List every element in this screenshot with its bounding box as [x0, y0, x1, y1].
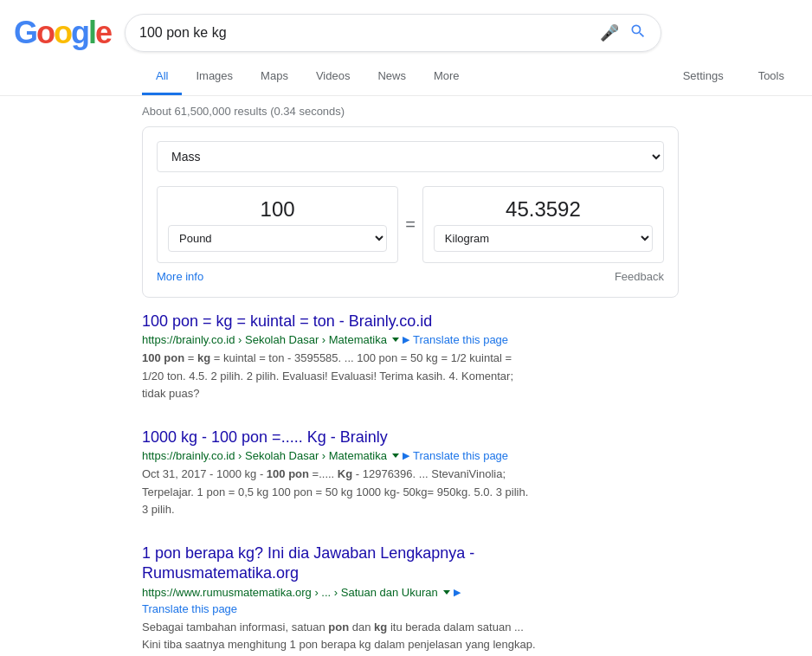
search-bar: 🎤	[125, 14, 661, 52]
nav-right: Settings Tools	[669, 59, 812, 95]
search-input[interactable]	[139, 25, 600, 41]
converter-input-value[interactable]	[168, 197, 387, 222]
converter-inputs: Pound = Kilogram	[157, 186, 664, 263]
microphone-icon[interactable]: 🎤	[600, 23, 619, 42]
result-title[interactable]: 100 pon = kg = kuintal = ton - Brainly.c…	[142, 312, 537, 331]
converter-footer: More info Feedback	[157, 270, 664, 283]
result-snippet: Oct 31, 2017 - 1000 kg - 100 pon =..... …	[142, 466, 537, 519]
more-info-link[interactable]: More info	[157, 270, 203, 283]
translate-link[interactable]: Translate this page	[413, 449, 508, 462]
converter-widget: Mass Pound = Kilogram More info Feedback	[142, 126, 679, 298]
search-icons: 🎤	[600, 23, 647, 44]
result-title[interactable]: 1 pon berapa kg? Ini dia Jawaban Lengkap…	[142, 543, 537, 584]
logo-o2: o	[54, 15, 71, 50]
result-title[interactable]: 1000 kg - 100 pon =..... Kg - Brainly	[142, 428, 537, 447]
logo-e: e	[95, 15, 111, 50]
result-snippet: 100 pon = kg = kuintal = ton - 3595585. …	[142, 350, 537, 403]
result-url-line: https://www.rumusmatematika.org › ... › …	[142, 586, 537, 615]
nav-bar: All Images Maps Videos News More Setting…	[0, 59, 812, 96]
nav-item-maps[interactable]: Maps	[247, 59, 302, 95]
result-url: https://brainly.co.id › Sekolah Dasar › …	[142, 333, 387, 346]
search-submit-icon[interactable]	[629, 23, 647, 44]
result-url: https://brainly.co.id › Sekolah Dasar › …	[142, 449, 387, 462]
converter-category-select[interactable]: Mass	[157, 141, 664, 172]
url-dropdown-arrow[interactable]	[392, 453, 399, 458]
converter-output-value[interactable]	[434, 197, 653, 222]
result-url-line: https://brainly.co.id › Sekolah Dasar › …	[142, 449, 537, 462]
search-results: 100 pon = kg = kuintal = ton - Brainly.c…	[0, 312, 537, 656]
logo-l: l	[88, 15, 95, 50]
header: Google 🎤	[0, 0, 812, 52]
result-snippet: Sebagai tambahan informasi, satuan pon d…	[142, 619, 537, 654]
converter-input-box: Pound	[157, 186, 398, 263]
nav-settings[interactable]: Settings	[669, 59, 738, 95]
url-dropdown-arrow[interactable]	[443, 590, 450, 595]
result-item: 1000 kg - 100 pon =..... Kg - Brainly ht…	[142, 428, 537, 519]
result-item: 100 pon = kg = kuintal = ton - Brainly.c…	[142, 312, 537, 403]
results-count: About 61,500,000 results (0.34 seconds)	[142, 105, 345, 118]
result-url: https://www.rumusmatematika.org › ... › …	[142, 586, 438, 599]
translate-arrow-icon: ▶	[403, 334, 409, 345]
logo-g: G	[14, 15, 36, 50]
converter-input-unit[interactable]: Pound	[168, 225, 387, 252]
nav-item-news[interactable]: News	[364, 59, 420, 95]
nav-item-all[interactable]: All	[142, 59, 182, 95]
translate-link[interactable]: Translate this page	[413, 333, 508, 346]
logo-o1: o	[36, 15, 54, 50]
nav-tools[interactable]: Tools	[744, 59, 798, 95]
translate-arrow-icon: ▶	[454, 587, 461, 598]
converter-output-unit[interactable]: Kilogram	[434, 225, 653, 252]
results-info: About 61,500,000 results (0.34 seconds)	[0, 96, 812, 126]
logo-g2: g	[71, 15, 88, 50]
nav-item-videos[interactable]: Videos	[302, 59, 364, 95]
nav-item-more[interactable]: More	[420, 59, 474, 95]
feedback-link[interactable]: Feedback	[615, 270, 664, 283]
nav-item-images[interactable]: Images	[182, 59, 247, 95]
url-dropdown-arrow[interactable]	[392, 338, 399, 342]
result-item: 1 pon berapa kg? Ini dia Jawaban Lengkap…	[142, 543, 537, 654]
converter-output-box: Kilogram	[422, 186, 664, 263]
result-url-line: https://brainly.co.id › Sekolah Dasar › …	[142, 333, 537, 346]
translate-arrow-icon: ▶	[403, 450, 409, 461]
translate-link[interactable]: Translate this page	[142, 602, 237, 615]
equals-sign: =	[405, 215, 416, 235]
google-logo: Google	[14, 15, 111, 51]
